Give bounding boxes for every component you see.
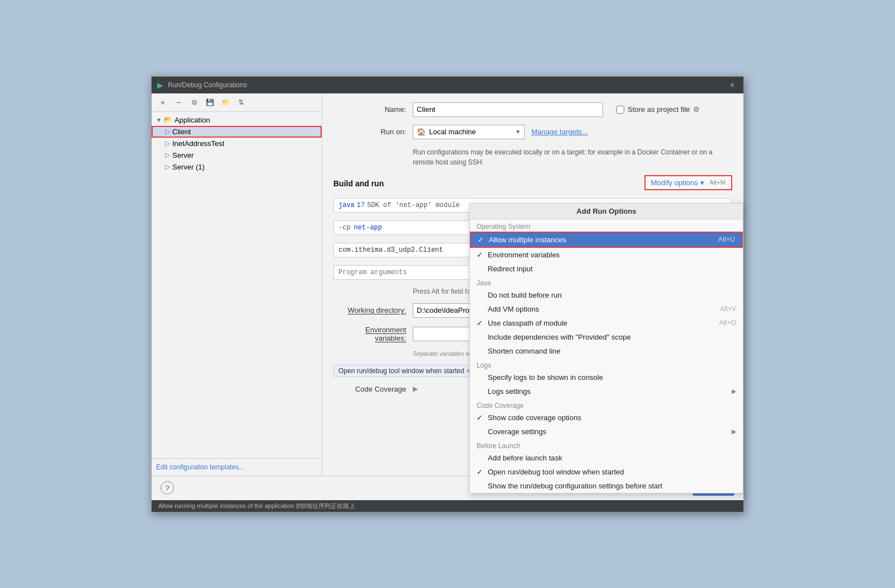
app-icon-server1: ▷ — [165, 163, 170, 171]
titlebar-left: ▶ Run/Debug Configurations — [157, 81, 247, 90]
run-on-value: Local machine — [429, 128, 476, 136]
env-vars-input[interactable] — [413, 327, 732, 341]
toolbar: + − ⧉ 💾 📁 ⇅ — [152, 93, 322, 112]
tree-label-client: Client — [172, 128, 191, 136]
program-args-row — [333, 265, 732, 280]
store-row: Store as project file ⚙ — [616, 105, 700, 114]
program-args-input[interactable] — [333, 265, 732, 280]
app-icon: ▶ — [157, 81, 163, 90]
run-on-label: Run on: — [333, 128, 406, 136]
cp-field[interactable]: -cp net-app — [333, 220, 732, 235]
modify-shortcut: Alt+M — [710, 179, 726, 186]
cp-row: -cp net-app — [333, 220, 732, 235]
sort-button[interactable]: ⇅ — [234, 96, 248, 109]
titlebar: ▶ Run/Debug Configurations × — [152, 77, 743, 93]
run-on-select[interactable]: 🏠 Local machine ▼ — [413, 125, 525, 139]
java-row: java 17 SDK of 'net-app' module — [333, 198, 732, 213]
app-icon-client: ▷ — [165, 128, 170, 135]
right-panel: Name: Store as project file ⚙ Run on: 🏠 … — [322, 93, 743, 476]
build-run-header: Build and run Modify options ▾ Alt+M — [333, 175, 732, 190]
java-keyword: java — [338, 201, 355, 209]
class-row: com.itheima.d3_udp2.Client — [333, 243, 732, 257]
class-name: com.itheima.d3_udp2.Client — [338, 246, 443, 254]
gear-icon[interactable]: ⚙ — [693, 105, 700, 114]
working-dir-input[interactable] — [413, 303, 732, 318]
manage-targets-link[interactable]: Manage targets... — [531, 128, 588, 136]
tree-item-inettest[interactable]: ▷ InetAddressTest — [152, 138, 322, 149]
working-dir-label: Working directory: — [333, 306, 406, 314]
tree-label-inettest: InetAddressTest — [172, 139, 224, 148]
tag-open-window: Open run/debug tool window when started … — [333, 365, 475, 377]
code-coverage-hint: ▶ — [413, 385, 418, 393]
store-label: Store as project file — [628, 105, 690, 114]
name-label: Name: — [333, 105, 406, 114]
tree-label-server: Server — [172, 151, 194, 159]
tag-label-multi: Allow multi — [485, 367, 517, 375]
tree-item-server1[interactable]: ▷ Server (1) — [152, 161, 322, 173]
modify-options-label: Modify options — [651, 178, 698, 187]
tag-label-open: Open run/debug tool window when started — [338, 367, 464, 375]
run-on-icon: 🏠 — [417, 128, 426, 136]
tags-row: Open run/debug tool window when started … — [333, 365, 732, 377]
left-panel: + − ⧉ 💾 📁 ⇅ ▼ 📂 Application ▷ Client — [152, 93, 322, 476]
run-debug-dialog: ▶ Run/Debug Configurations × + − ⧉ 💾 📁 ⇅… — [151, 76, 744, 512]
name-input[interactable] — [413, 102, 603, 117]
help-button[interactable]: ? — [161, 481, 174, 495]
store-checkbox[interactable] — [616, 106, 624, 114]
add-button[interactable]: + — [156, 96, 169, 109]
build-run-title: Build and run — [333, 179, 384, 188]
env-vars-hint: Separate variables with semicolon: VAR= — [413, 350, 732, 357]
run-info: Run configurations may be executed local… — [413, 147, 732, 167]
dialog-title: Run/Debug Configurations — [168, 81, 247, 89]
close-icon[interactable]: × — [727, 79, 738, 91]
tree-item-server[interactable]: ▷ Server — [152, 149, 322, 161]
working-dir-row: Working directory: — [333, 303, 732, 318]
java-desc: SDK of 'net-app' module — [367, 201, 460, 209]
dialog-body: + − ⧉ 💾 📁 ⇅ ▼ 📂 Application ▷ Client — [152, 93, 743, 476]
hint-text: Press Alt for field hints — [413, 288, 732, 295]
name-row: Name: Store as project file ⚙ — [333, 102, 732, 117]
edit-templates-link[interactable]: Edit configuration templates... — [152, 458, 322, 476]
class-field[interactable]: com.itheima.d3_udp2.Client — [333, 243, 732, 257]
app-icon-server: ▷ — [165, 151, 170, 159]
save-button[interactable]: 💾 — [203, 96, 216, 109]
remove-button[interactable]: − — [172, 96, 185, 109]
run-on-row: Run on: 🏠 Local machine ▼ Manage targets… — [333, 125, 732, 139]
java-field[interactable]: java 17 SDK of 'net-app' module — [333, 198, 732, 213]
dropdown-icon: ▾ — [700, 178, 704, 187]
code-coverage-row: Code Coverage ▶ — [333, 385, 732, 393]
cp-text: -cp — [338, 224, 351, 232]
tree-label-server1: Server (1) — [172, 163, 205, 171]
env-vars-row: Environment variables: — [333, 326, 732, 342]
tree-arrow-application: ▼ — [156, 117, 162, 123]
config-tree: ▼ 📂 Application ▷ Client ▷ InetAddressTe… — [152, 112, 322, 458]
dropdown-arrow-icon: ▼ — [515, 129, 521, 135]
tree-item-application[interactable]: ▼ 📂 Application — [152, 114, 322, 126]
tag-allow-multi: Allow multi — [480, 365, 522, 377]
tree-label-application: Application — [175, 116, 210, 124]
status-text: Allow running multiple instances of the … — [158, 502, 355, 509]
bottom-bar: ? OK — [152, 476, 743, 500]
tree-item-client[interactable]: ▷ Client — [152, 126, 322, 138]
app-icon-inettest: ▷ — [165, 139, 170, 147]
status-bar: Allow running multiple instances of the … — [152, 500, 743, 512]
tag-close-open[interactable]: × — [467, 367, 470, 375]
code-coverage-label: Code Coverage — [333, 385, 406, 393]
java-version: 17 — [357, 201, 365, 209]
folder-icon: 📂 — [164, 116, 172, 124]
copy-button[interactable]: ⧉ — [187, 96, 201, 109]
modify-options-button[interactable]: Modify options ▾ Alt+M — [644, 175, 732, 190]
move-button[interactable]: 📁 — [219, 96, 232, 109]
cp-module: net-app — [354, 224, 382, 232]
env-vars-label: Environment variables: — [333, 326, 406, 342]
ok-button[interactable]: OK — [693, 481, 734, 496]
